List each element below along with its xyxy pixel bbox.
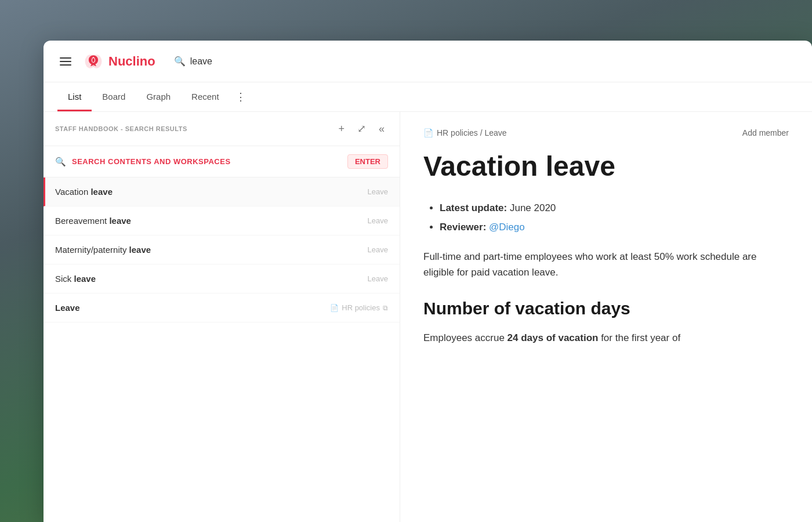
bullet-label-bold: Latest update:	[440, 202, 507, 213]
enter-badge: ENTER	[347, 154, 388, 169]
result-item-tag: Leave	[368, 274, 388, 283]
tab-list[interactable]: List	[57, 84, 92, 111]
result-item-tag: Leave	[368, 187, 388, 196]
result-item-vacation[interactable]: Vacation leave Leave	[44, 177, 400, 206]
add-member-button[interactable]: Add member	[742, 128, 789, 137]
collapse-button[interactable]: «	[375, 122, 388, 136]
search-icon: 🔍	[174, 56, 186, 67]
bullet-item-update: Latest update: June 2020	[440, 201, 789, 216]
doc-icon: 📄	[330, 304, 339, 312]
result-item-label: Sick leave	[55, 274, 362, 284]
tab-graph[interactable]: Graph	[136, 84, 181, 111]
result-item-tag: Leave	[368, 245, 388, 254]
bullet-list: Latest update: June 2020 Reviewer: @Dieg…	[440, 201, 789, 235]
page-title: Vacation leave	[423, 151, 789, 182]
expand-button[interactable]: ⤢	[354, 121, 369, 136]
breadcrumb-path: HR policies / Leave	[437, 128, 507, 137]
section-body-text: Employees accrue 24 days of vacation for…	[423, 330, 789, 346]
copy-icon: ⧉	[383, 304, 388, 312]
result-item-bereavement[interactable]: Bereavement leave Leave	[44, 206, 400, 235]
result-item-label: Leave	[55, 303, 330, 313]
logo-text: Nuclino	[108, 54, 155, 69]
result-item-tag: 📄 HR policies ⧉	[330, 303, 388, 312]
tabs-bar: List Board Graph Recent ⋮	[44, 82, 812, 112]
result-item-leave[interactable]: Leave 📄 HR policies ⧉	[44, 293, 400, 322]
brain-icon	[83, 51, 104, 72]
sidebar-header: STAFF HANDBOOK - SEARCH RESULTS + ⤢ «	[44, 112, 400, 146]
section-text-after: for the first year of	[598, 332, 680, 343]
search-contents-row[interactable]: 🔍 SEARCH CONTENTS AND WORKSPACES ENTER	[44, 146, 400, 177]
result-item-label: Bereavement leave	[55, 216, 362, 226]
search-contents-icon: 🔍	[55, 157, 66, 167]
sidebar-title: STAFF HANDBOOK - SEARCH RESULTS	[55, 125, 329, 132]
section-text-bold: 24 days of vacation	[507, 332, 599, 343]
bullet-label-bold: Reviewer:	[440, 222, 486, 233]
result-item-tag: Leave	[368, 216, 388, 225]
body-row: STAFF HANDBOOK - SEARCH RESULTS + ⤢ « 🔍 …	[44, 112, 812, 522]
tab-board[interactable]: Board	[92, 84, 136, 111]
tab-more-icon[interactable]: ⋮	[230, 82, 252, 111]
add-item-button[interactable]: +	[335, 122, 348, 136]
header: Nuclino 🔍	[44, 41, 812, 82]
bullet-label-rest: June 2020	[510, 202, 556, 213]
search-container: 🔍	[174, 56, 798, 67]
mention-link[interactable]: @Diego	[489, 222, 525, 233]
search-contents-label: SEARCH CONTENTS AND WORKSPACES	[72, 157, 342, 166]
result-item-sick[interactable]: Sick leave Leave	[44, 264, 400, 293]
body-text: Full-time and part-time employees who wo…	[423, 249, 789, 280]
content-pane: 📄 HR policies / Leave Add member Vacatio…	[400, 112, 812, 522]
breadcrumb-doc-icon: 📄	[423, 128, 433, 137]
tab-recent[interactable]: Recent	[181, 84, 230, 111]
section-text-before: Employees accrue	[423, 332, 507, 343]
section-heading: Number of vacation days	[423, 299, 789, 318]
app-container: Nuclino 🔍 List Board Graph Recent ⋮ STAF…	[44, 41, 812, 522]
result-item-maternity[interactable]: Maternity/paternity leave Leave	[44, 235, 400, 264]
menu-icon[interactable]	[57, 55, 74, 68]
result-item-label: Vacation leave	[55, 187, 362, 197]
result-item-label: Maternity/paternity leave	[55, 245, 362, 255]
breadcrumb: 📄 HR policies / Leave Add member	[423, 128, 789, 137]
bullet-item-reviewer: Reviewer: @Diego	[440, 220, 789, 235]
search-input[interactable]	[190, 56, 306, 67]
sidebar: STAFF HANDBOOK - SEARCH RESULTS + ⤢ « 🔍 …	[44, 112, 400, 522]
logo[interactable]: Nuclino	[83, 51, 155, 72]
